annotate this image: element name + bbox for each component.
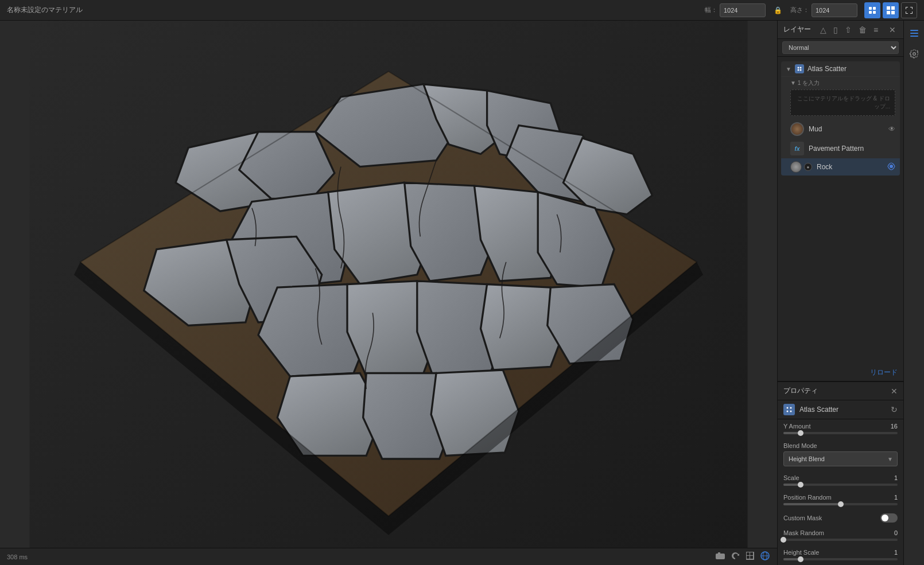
- svg-point-47: [790, 407, 792, 409]
- layer-panel-header: レイヤー △ ▯ ⇧ 🗑 ≡ ✕: [778, 21, 903, 39]
- node-icon: [783, 404, 795, 415]
- layer-item-rock[interactable]: ● Rock: [781, 158, 900, 176]
- scale-slider[interactable]: [783, 484, 898, 486]
- y-amount-slider[interactable]: [783, 432, 898, 434]
- custom-mask-toggle[interactable]: [880, 513, 898, 523]
- height-scale-value: 1: [894, 549, 898, 556]
- y-amount-thumb[interactable]: [798, 430, 803, 436]
- layer-export-icon[interactable]: ⇧: [843, 25, 853, 35]
- blend-mode-select[interactable]: Height Blend Normal Multiply Overlay: [783, 451, 898, 466]
- svg-rect-6: [887, 11, 890, 14]
- blend-mode-label: Blend Mode: [783, 442, 817, 449]
- grid-view-icon[interactable]: [883, 2, 899, 18]
- node-reset-button[interactable]: ↻: [891, 405, 898, 414]
- input-label: ▼ 1 を入力: [790, 79, 895, 87]
- layer-panel: レイヤー △ ▯ ⇧ 🗑 ≡ ✕ Normal: [778, 21, 903, 381]
- reload-row: リロード: [778, 364, 903, 381]
- viewport-icons: [864, 2, 917, 18]
- layer-list: ▼ Atlas Scatter ▼: [778, 57, 903, 364]
- height-select[interactable]: 1024 512 2048 4096: [812, 3, 857, 17]
- layer-add-icon[interactable]: △: [818, 25, 828, 35]
- mask-random-slider[interactable]: [783, 539, 898, 541]
- svg-rect-5: [891, 6, 895, 10]
- camera-icon[interactable]: [715, 551, 725, 563]
- main-area: 308 ms: [0, 21, 924, 565]
- scale-value: 1: [894, 474, 898, 481]
- y-amount-row: Y Amount 16: [778, 419, 903, 439]
- height-scale-row: Height Scale 1: [778, 545, 903, 565]
- layer-item-pavement[interactable]: fx Pavement Pattern: [781, 139, 900, 158]
- height-control: 高さ： 1024 512 2048 4096: [790, 3, 857, 17]
- svg-rect-50: [910, 30, 918, 31]
- atlas-scatter-group: ▼ Atlas Scatter ▼: [781, 61, 900, 176]
- properties-title: プロパティ: [783, 386, 818, 396]
- svg-point-36: [719, 555, 722, 558]
- reload-button[interactable]: リロード: [870, 368, 898, 377]
- viewport[interactable]: 308 ms: [0, 21, 777, 565]
- atlas-scatter-header[interactable]: ▼ Atlas Scatter: [781, 61, 900, 76]
- 3d-view-icon[interactable]: [864, 2, 880, 18]
- custom-mask-row: Custom Mask: [778, 510, 903, 526]
- viewport-bottom-bar: 308 ms: [0, 548, 777, 565]
- scale-row: Scale 1: [778, 471, 903, 490]
- node-row: Atlas Scatter ↻: [778, 400, 903, 419]
- svg-rect-2: [869, 11, 872, 14]
- drop-area[interactable]: ここにマテリアルをドラッグ & ドロップ...: [790, 89, 895, 116]
- svg-point-49: [790, 411, 792, 412]
- height-scale-thumb[interactable]: [798, 556, 803, 562]
- layer-close-icon[interactable]: ✕: [887, 25, 898, 35]
- layer-item-mud[interactable]: Mud 👁: [781, 119, 900, 139]
- lock-aspect-icon[interactable]: 🔒: [772, 5, 783, 15]
- position-random-slider[interactable]: [783, 503, 898, 505]
- rotate-icon[interactable]: [730, 551, 740, 563]
- layers-panel-icon[interactable]: [906, 25, 922, 41]
- settings-panel-icon[interactable]: [906, 46, 922, 62]
- y-amount-label: Y Amount: [783, 423, 811, 430]
- right-panel: レイヤー △ ▯ ⇧ 🗑 ≡ ✕ Normal: [777, 21, 903, 565]
- height-scale-label: Height Scale: [783, 549, 819, 556]
- blend-mode-top-select[interactable]: Normal: [782, 41, 899, 54]
- properties-close-button[interactable]: ✕: [891, 387, 898, 396]
- layer-visibility-mud[interactable]: 👁: [888, 125, 895, 133]
- mask-random-value: 0: [894, 529, 898, 536]
- position-random-value: 1: [894, 494, 898, 501]
- node-name: Atlas Scatter: [799, 406, 886, 414]
- svg-marker-32: [431, 370, 519, 455]
- sphere-icon[interactable]: [760, 551, 770, 563]
- layer-delete-icon[interactable]: 🗑: [857, 25, 868, 35]
- expand-icon[interactable]: [901, 2, 917, 18]
- height-scale-slider[interactable]: [783, 558, 898, 560]
- layer-duplicate-icon[interactable]: ▯: [832, 25, 840, 35]
- position-random-thumb[interactable]: [838, 501, 844, 507]
- svg-point-43: [797, 69, 799, 71]
- layer-extra-icon[interactable]: ≡: [872, 25, 880, 35]
- layer-name-rock: Rock: [817, 163, 883, 171]
- svg-point-48: [787, 411, 789, 412]
- position-random-label: Position Random: [783, 494, 832, 501]
- svg-point-45: [890, 165, 893, 168]
- properties-panel: プロパティ ✕ Atlas Scatter ↻ Y Am: [778, 381, 903, 565]
- layer-visibility-rock[interactable]: [887, 162, 895, 172]
- ground-svg: [0, 21, 777, 548]
- viewport-controls: [715, 551, 770, 563]
- svg-point-42: [799, 67, 801, 69]
- mask-random-thumb[interactable]: [781, 537, 786, 543]
- width-label: 幅：: [705, 6, 717, 14]
- svg-point-44: [799, 69, 801, 71]
- scale-thumb[interactable]: [798, 482, 803, 488]
- width-control: 幅： 1024 512 2048 4096: [705, 3, 766, 17]
- custom-mask-label: Custom Mask: [783, 515, 822, 521]
- atlas-scatter-icon: [795, 64, 804, 73]
- position-random-row: Position Random 1: [778, 490, 903, 510]
- toggle-knob: [882, 515, 888, 521]
- mask-random-label: Mask Random: [783, 529, 824, 536]
- svg-point-41: [797, 67, 799, 69]
- grid-icon[interactable]: [745, 551, 755, 563]
- y-amount-value: 16: [891, 423, 898, 430]
- properties-header: プロパティ ✕: [778, 382, 903, 400]
- layer-thumb-mud: [790, 122, 804, 136]
- svg-rect-7: [891, 11, 895, 14]
- layer-fx-icon-pavement: fx: [790, 142, 804, 155]
- width-select[interactable]: 1024 512 2048 4096: [720, 3, 766, 17]
- input-section: ▼ 1 を入力 ここにマテリアルをドラッグ & ドロップ...: [781, 76, 900, 119]
